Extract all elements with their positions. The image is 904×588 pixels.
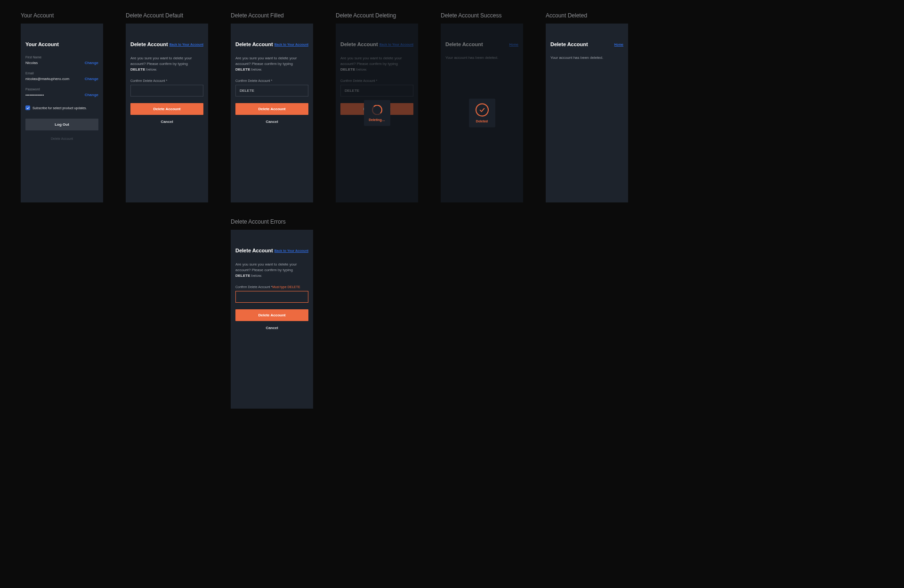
prompt-keyword: DELETE [340, 67, 355, 72]
prompt-pre: Are you sure you want to delete your acc… [130, 56, 192, 66]
prompt-post: below. [250, 274, 262, 278]
email-row: nicolas@markuphero.com Change [25, 77, 98, 81]
page-title: Delete Account [235, 248, 273, 253]
frame-label: Delete Account Filled [231, 12, 313, 19]
frame-delete-default: Delete Account Default Delete Account Ba… [126, 12, 208, 202]
prompt-post: below. [250, 67, 262, 72]
deleting-modal: Deleting… [364, 100, 390, 126]
change-password-link[interactable]: Change [85, 93, 98, 97]
confirm-label: Confirm Delete Account * [235, 79, 308, 82]
deleted-label: Deleted [476, 120, 488, 123]
prompt-pre: Are you sure you want to delete your acc… [235, 262, 297, 272]
spinner-icon [372, 105, 382, 115]
deleted-text: Your account has been deleted. [550, 56, 623, 60]
row-1: Your Account Your Account First Name Nic… [21, 12, 883, 202]
panel-header: Delete Account Home [445, 41, 518, 47]
row-2: Delete Account Errors Delete Account Bac… [21, 218, 883, 409]
back-link[interactable]: Back to Your Account [379, 43, 413, 46]
panel-your-account: Your Account First Name Nicolas Change E… [21, 24, 103, 202]
frame-account-deleted: Account Deleted Delete Account Home Your… [546, 12, 628, 202]
frame-your-account: Your Account Your Account First Name Nic… [21, 12, 103, 202]
panel-delete-deleting: Delete Account Back to Your Account Are … [336, 24, 418, 202]
panel-header: Delete Account Back to Your Account [235, 248, 308, 253]
panel-delete-errors: Delete Account Back to Your Account Are … [231, 230, 313, 409]
error-message: Must type DELETE [272, 285, 300, 289]
change-first-name-link[interactable]: Change [85, 61, 98, 65]
field-first-name: First Name Nicolas Change [25, 56, 98, 65]
delete-account-link[interactable]: Delete Account [25, 137, 98, 140]
delete-prompt: Are you sure you want to delete your acc… [340, 56, 413, 72]
password-row: •••••••••••••• Change [25, 93, 98, 97]
subscribe-checkbox[interactable] [25, 105, 30, 110]
prompt-keyword: DELETE [130, 67, 145, 72]
confirm-delete-input[interactable] [235, 85, 308, 97]
frame-label: Delete Account Deleting [336, 12, 418, 19]
page-title: Delete Account [235, 41, 273, 47]
cancel-button[interactable]: Cancel [130, 115, 203, 129]
frame-delete-errors: Delete Account Errors Delete Account Bac… [231, 218, 313, 409]
email-value: nicolas@markuphero.com [25, 77, 69, 81]
delete-prompt: Are you sure you want to delete your acc… [235, 262, 308, 279]
cancel-button[interactable]: Cancel [235, 115, 308, 129]
check-circle-icon [476, 104, 489, 117]
frame-label: Delete Account Default [126, 12, 208, 19]
delete-prompt: Are you sure you want to delete your acc… [235, 56, 308, 72]
delete-account-button[interactable]: Delete Account [235, 309, 308, 321]
delete-account-button[interactable]: Delete Account [235, 103, 308, 115]
back-link[interactable]: Back to Your Account [170, 43, 203, 46]
home-link[interactable]: Home [509, 43, 518, 46]
frame-label: Delete Account Success [441, 12, 523, 19]
cancel-button[interactable]: Cancel [235, 321, 308, 335]
confirm-label: Confirm Delete Account * [130, 79, 203, 82]
frame-delete-filled: Delete Account Filled Delete Account Bac… [231, 12, 313, 202]
success-text: Your account has been deleted. [445, 56, 518, 60]
panel-header: Delete Account Back to Your Account [130, 41, 203, 47]
prompt-post: below. [145, 67, 157, 72]
confirm-delete-input[interactable] [130, 85, 203, 97]
page-title: Delete Account [550, 41, 588, 47]
field-email: Email nicolas@markuphero.com Change [25, 72, 98, 81]
prompt-keyword: DELETE [235, 67, 250, 72]
frame-label: Account Deleted [546, 12, 628, 19]
subscribe-row: Subscribe for select product updates. [25, 105, 98, 110]
deleting-label: Deleting… [369, 118, 385, 121]
frame-delete-deleting: Delete Account Deleting Delete Account B… [336, 12, 418, 202]
back-link[interactable]: Back to Your Account [274, 249, 308, 252]
page-title: Your Account [25, 41, 59, 47]
prompt-post: below. [355, 67, 367, 72]
confirm-delete-input[interactable] [235, 291, 308, 303]
page-title: Delete Account [445, 41, 483, 47]
prompt-keyword: DELETE [235, 274, 250, 278]
panel-delete-filled: Delete Account Back to Your Account Are … [231, 24, 313, 202]
first-name-label: First Name [25, 56, 98, 59]
home-link[interactable]: Home [614, 43, 623, 46]
password-value: •••••••••••••• [25, 93, 44, 97]
panel-header: Delete Account Back to Your Account [235, 41, 308, 47]
panel-account-deleted: Delete Account Home Your account has bee… [546, 24, 628, 202]
field-password: Password •••••••••••••• Change [25, 88, 98, 97]
prompt-pre: Are you sure you want to delete your acc… [235, 56, 297, 66]
page-title: Delete Account [130, 41, 168, 47]
confirm-delete-input[interactable] [340, 85, 413, 97]
deleted-modal: Deleted [469, 99, 495, 128]
logout-button[interactable]: Log Out [25, 119, 98, 130]
frame-delete-success: Delete Account Success Delete Account Ho… [441, 12, 523, 202]
panel-header: Your Account [25, 41, 98, 47]
confirm-label-error: Confirm Delete Account *Must type DELETE [235, 285, 308, 289]
check-icon [26, 106, 30, 110]
email-label: Email [25, 72, 98, 75]
frame-label: Your Account [21, 12, 103, 19]
page-title: Delete Account [340, 41, 378, 47]
confirm-label: Confirm Delete Account * [340, 79, 413, 82]
panel-header: Delete Account Back to Your Account [340, 41, 413, 47]
panel-header: Delete Account Home [550, 41, 623, 47]
back-link[interactable]: Back to Your Account [274, 43, 308, 46]
subscribe-label: Subscribe for select product updates. [32, 106, 87, 110]
panel-delete-success: Delete Account Home Your account has bee… [441, 24, 523, 202]
change-email-link[interactable]: Change [85, 77, 98, 81]
prompt-pre: Are you sure you want to delete your acc… [340, 56, 402, 66]
confirm-label-base: Confirm Delete Account * [235, 285, 272, 289]
delete-account-button[interactable]: Delete Account [130, 103, 203, 115]
panel-delete-default: Delete Account Back to Your Account Are … [126, 24, 208, 202]
first-name-row: Nicolas Change [25, 61, 98, 65]
